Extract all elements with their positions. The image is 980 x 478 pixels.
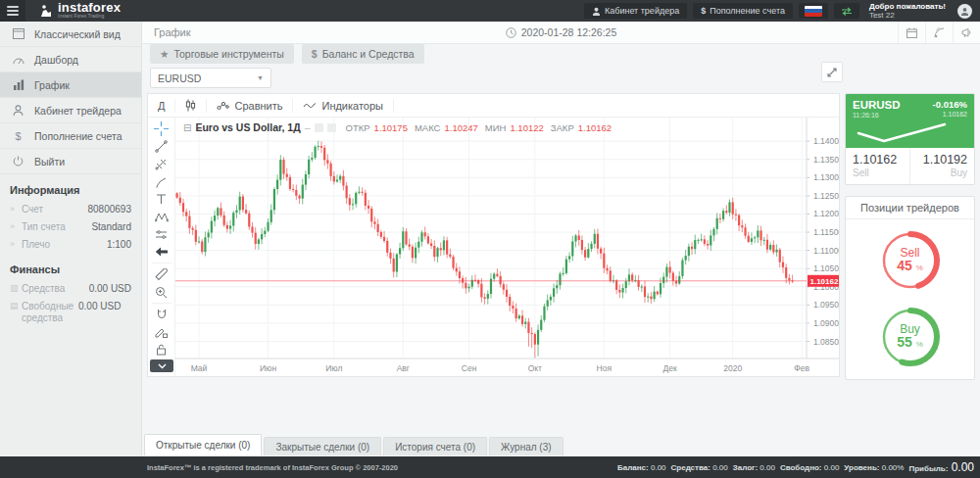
chevron-down-icon: ▼ (257, 74, 264, 81)
svg-text:1.09500: 1.09500 (813, 300, 839, 310)
indicators-button[interactable]: Индикаторы (293, 99, 394, 113)
svg-text:1.14000: 1.14000 (813, 136, 839, 146)
chart-toolbar: Д Сравнить Индикаторы (148, 94, 839, 118)
sidebar-item-dashboard[interactable]: Дашборд (0, 47, 141, 72)
dollar-icon: $ (701, 6, 706, 16)
calendar-icon (906, 27, 917, 38)
zoom-in-tool[interactable] (151, 283, 172, 301)
drawing-tools-column (148, 118, 175, 376)
person-icon (592, 7, 601, 16)
compare-button[interactable]: Сравнить (207, 99, 293, 113)
brush-tool[interactable] (151, 173, 172, 191)
top-header: instaforex Instant Forex Trading Кабинет… (0, 0, 980, 22)
chevrons-icon: » (10, 221, 22, 231)
drawing-mode-lock-tool[interactable] (151, 323, 172, 341)
brand-logo[interactable]: instaforex Instant Forex Trading (39, 3, 121, 19)
xabcd-pattern-icon (155, 212, 169, 222)
svg-text:Ноя: Ноя (597, 363, 612, 373)
measure-tool[interactable] (151, 265, 172, 283)
tab-closed-trades[interactable]: Закрытые сделки (0) (264, 437, 381, 455)
sidebar-item-label: Кабинет трейдера (34, 105, 122, 117)
svg-text:Дек: Дек (663, 363, 677, 373)
fullscreen-toggle-button[interactable] (821, 62, 843, 82)
quote-change: -0.016% (933, 99, 967, 110)
tab-journal[interactable]: Журнал (3) (489, 437, 564, 455)
wave-icon (303, 102, 317, 110)
svg-text:1.10162: 1.10162 (810, 277, 839, 286)
sidebar-item-deposit[interactable]: $ Пополнение счета (0, 123, 141, 149)
forecast-tool[interactable] (151, 226, 172, 244)
quote-card: EURUSD 11:26:16 -0.016% 1.10162 1.10162 … (845, 93, 975, 185)
datetime-text: 2020-01-28 12:26:25 (521, 26, 617, 38)
tools-collapse-button[interactable] (150, 359, 173, 372)
pitchfork-tool[interactable] (151, 156, 172, 173)
tab-open-trades[interactable]: Открытые сделки (0) (144, 434, 262, 455)
chevrons-icon: » (10, 204, 22, 214)
chart-style-button[interactable] (175, 99, 207, 113)
info-row-account: » Счет 80800693 (0, 201, 141, 218)
legend-collapse-icon[interactable]: ⊟ (183, 122, 191, 133)
pattern-tool[interactable] (151, 209, 172, 226)
deposit-button[interactable]: $ Пополнение счета (693, 3, 793, 19)
quote-header[interactable]: EURUSD 11:26:16 -0.016% 1.10162 (846, 94, 974, 148)
symbol-select[interactable]: EURUSD ▼ (150, 68, 271, 88)
balance-funds-button[interactable]: $ Баланс и Средства (302, 44, 424, 64)
clock-icon (506, 27, 516, 38)
trendline-icon (155, 140, 168, 153)
text-tool[interactable] (151, 191, 172, 209)
buy-price: 1.10192 (917, 153, 967, 167)
brand-name: instaforex (58, 3, 121, 13)
brush-icon (155, 176, 168, 188)
chart-mini-icon: ▤ (10, 301, 22, 311)
info-section-title: Информация (0, 174, 141, 201)
sell-gauge-value: 45 (897, 258, 912, 273)
bottom-tabs: Открытые сделки (0) Закрытые сделки (0) … (142, 434, 564, 455)
sell-price: 1.10162 (853, 153, 903, 167)
timeframe-button[interactable]: Д (148, 99, 175, 113)
buy-positions-gauge: Buy 55 % (878, 305, 943, 369)
announcements-button[interactable] (953, 22, 980, 43)
sidebar-item-chart[interactable]: График (0, 72, 141, 98)
chart-mini-icon: ▥ (10, 283, 22, 293)
sidebar-item-logout[interactable]: Выйти (0, 149, 141, 174)
account-switch-button[interactable] (834, 3, 859, 19)
trading-instruments-button[interactable]: ★ Торговые инструменты (150, 44, 294, 64)
tab-account-history[interactable]: История счета (0) (383, 437, 487, 455)
menu-toggle-button[interactable] (0, 0, 25, 22)
buy-quote-button[interactable]: 1.10192 Buy (910, 148, 974, 184)
legend-close-icon[interactable] (327, 123, 336, 132)
dollar-icon: $ (312, 48, 318, 60)
arrow-tool[interactable] (151, 243, 172, 261)
calendar-button[interactable] (898, 22, 925, 43)
svg-text:1.12000: 1.12000 (813, 209, 839, 218)
legend-dash: – (305, 121, 311, 133)
ruler-icon (155, 268, 168, 281)
quote-sparkline (851, 120, 967, 145)
user-avatar[interactable] (957, 4, 972, 19)
magnifier-plus-icon (155, 286, 168, 299)
sidebar-item-label: Дашборд (34, 54, 78, 66)
trader-cabinet-button[interactable]: Кабинет трейдера (584, 3, 687, 19)
language-flag-button[interactable] (799, 3, 828, 19)
finance-row-free-margin: ▤ Свободные средства 0.00 USD (0, 298, 141, 327)
quote-price: 1.10162 (943, 111, 967, 118)
welcome-text: Добро пожаловать! (869, 2, 946, 11)
info-row-leverage: » Плечо 1:100 (0, 236, 141, 254)
chart-area[interactable]: ⊟ Euro vs US Dollar, 1Д – ОТКР1.10175 МА… (175, 118, 839, 376)
trendline-tool[interactable] (151, 138, 172, 156)
crosshair-icon (154, 121, 169, 136)
sidebar: Классический вид Дашборд График Кабинет … (0, 22, 142, 456)
lock-all-tool[interactable] (151, 341, 172, 358)
sidebar-item-classic-view[interactable]: Классический вид (0, 22, 141, 47)
sidebar-item-label: Классический вид (34, 28, 121, 40)
legend-settings-icon[interactable] (315, 123, 323, 132)
sell-quote-button[interactable]: 1.10162 Sell (846, 148, 909, 184)
candlestick-chart[interactable]: 1.140001.135001.130001.125001.120001.115… (175, 118, 839, 378)
sidebar-item-trader-cabinet[interactable]: Кабинет трейдера (0, 98, 141, 123)
svg-text:Июн: Июн (260, 363, 276, 373)
megaphone-icon (961, 27, 973, 38)
magnet-tool[interactable] (151, 306, 172, 323)
info-row-account-type: » Тип счета Standard (0, 218, 141, 236)
crosshair-tool[interactable] (151, 120, 172, 138)
news-feed-button[interactable] (925, 22, 953, 43)
